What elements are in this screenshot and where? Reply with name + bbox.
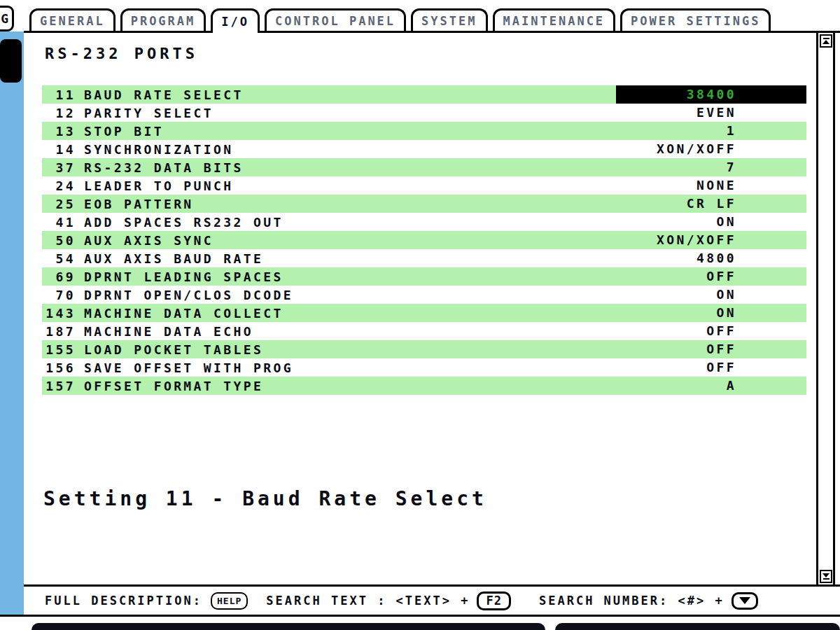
sidebar-active-indicator [0, 39, 22, 83]
full-description-label: FULL DESCRIPTION: [45, 594, 202, 608]
setting-row[interactable]: 25EOB PATTERNCR LF [42, 195, 806, 213]
setting-name: ADD SPACES RS232 OUT [84, 215, 616, 230]
setting-number: 37 [42, 160, 76, 175]
setting-value: OFF [616, 267, 806, 286]
setting-value: EVEN [616, 104, 806, 122]
setting-number: 156 [42, 360, 76, 375]
setting-number: 69 [42, 270, 76, 284]
setting-row[interactable]: 157OFFSET FORMAT TYPEA [42, 377, 806, 395]
setting-row[interactable]: 69DPRNT LEADING SPACESOFF [42, 267, 806, 286]
footer-bar: FULL DESCRIPTION: HELP SEARCH TEXT : <TE… [24, 587, 833, 615]
setting-row[interactable]: 187MACHINE DATA ECHOOFF [42, 322, 806, 340]
setting-value: OFF [616, 340, 806, 358]
setting-number: 54 [42, 251, 76, 266]
setting-value: OFF [616, 322, 806, 340]
scrollbar[interactable] [816, 33, 833, 584]
setting-detail-title: Setting 11 - Baud Rate Select [43, 487, 487, 510]
setting-value: ON [616, 213, 806, 231]
page-title: RS-232 PORTS [45, 45, 198, 62]
scroll-up-button[interactable] [820, 34, 832, 48]
setting-name: AUX AXIS SYNC [84, 233, 616, 248]
setting-number: 70 [42, 288, 76, 302]
setting-number: 143 [42, 306, 76, 321]
setting-name: DPRNT LEADING SPACES [84, 270, 616, 284]
tab-power-settings[interactable]: POWER SETTINGS [620, 8, 771, 31]
scroll-down-icon [822, 573, 830, 578]
bottom-panel-right [555, 623, 840, 630]
setting-row[interactable]: 155LOAD POCKET TABLESOFF [42, 340, 806, 358]
setting-value: ON [616, 286, 806, 304]
left-sidebar [0, 31, 24, 615]
f2-key[interactable]: F2 [477, 592, 510, 610]
setting-value: XON/XOFF [616, 231, 806, 249]
setting-name: STOP BIT [84, 124, 616, 139]
setting-row[interactable]: 37RS-232 DATA BITS7 [42, 158, 806, 176]
setting-value: OFF [616, 358, 806, 377]
tab-system[interactable]: SYSTEM [411, 8, 487, 31]
setting-name: LOAD POCKET TABLES [84, 342, 616, 357]
setting-row[interactable]: 11BAUD RATE SELECT38400 [42, 85, 806, 104]
setting-value: NONE [616, 176, 806, 195]
setting-name: EOB PATTERN [84, 197, 616, 211]
setting-name: MACHINE DATA COLLECT [84, 306, 616, 321]
setting-number: 50 [42, 233, 76, 248]
cursor-down-key[interactable] [732, 592, 758, 610]
setting-value: 4800 [616, 249, 806, 267]
setting-row[interactable]: 143MACHINE DATA COLLECTON [42, 304, 806, 322]
setting-row[interactable]: 24LEADER TO PUNCHNONE [42, 176, 806, 195]
setting-name: SAVE OFFSET WITH PROG [84, 360, 616, 375]
setting-name: BAUD RATE SELECT [84, 88, 616, 102]
setting-row[interactable]: 41ADD SPACES RS232 OUTON [42, 213, 806, 231]
setting-number: 13 [42, 124, 76, 139]
setting-name: LEADER TO PUNCH [84, 178, 616, 193]
right-frame-border [833, 31, 835, 587]
tab-maintenance[interactable]: MAINTENANCE [493, 8, 616, 31]
setting-value: CR LF [616, 195, 806, 213]
bottom-panel-left [31, 623, 545, 630]
bottom-divider [0, 615, 840, 617]
scroll-down-button[interactable] [820, 570, 832, 583]
setting-number: 25 [42, 197, 76, 211]
setting-number: 155 [42, 342, 76, 357]
side-tab-g[interactable]: G [0, 6, 14, 31]
search-number-label: SEARCH NUMBER: <#> + [539, 594, 724, 608]
scroll-up-icon [823, 38, 830, 39]
setting-number: 157 [42, 379, 76, 393]
setting-number: 11 [42, 88, 76, 102]
setting-number: 14 [42, 142, 76, 157]
tab-general[interactable]: GENERAL [29, 8, 115, 31]
setting-name: MACHINE DATA ECHO [84, 324, 616, 339]
search-text-label: SEARCH TEXT : <TEXT> + [266, 594, 470, 608]
setting-row[interactable]: 54AUX AXIS BAUD RATE4800 [42, 249, 806, 267]
arrow-down-icon [739, 597, 750, 604]
setting-value: A [616, 377, 806, 395]
setting-name: OFFSET FORMAT TYPE [84, 379, 616, 393]
setting-name: PARITY SELECT [84, 106, 616, 120]
setting-row[interactable]: 12PARITY SELECTEVEN [42, 104, 806, 122]
setting-value: 7 [616, 158, 806, 176]
tab-bar: GENERALPROGRAMI/OCONTROL PANELSYSTEMMAIN… [24, 8, 840, 33]
setting-number: 24 [42, 178, 76, 193]
setting-row[interactable]: 14SYNCHRONIZATIONXON/XOFF [42, 140, 806, 158]
setting-value: XON/XOFF [616, 140, 806, 158]
settings-table: 11BAUD RATE SELECT3840012PARITY SELECTEV… [42, 85, 806, 395]
tab-control-panel[interactable]: CONTROL PANEL [265, 8, 406, 31]
setting-row[interactable]: 70DPRNT OPEN/CLOS DCODEON [42, 286, 806, 304]
setting-value: ON [616, 304, 806, 322]
help-key[interactable]: HELP [211, 592, 248, 610]
setting-value: 38400 [616, 85, 806, 104]
setting-number: 187 [42, 324, 76, 339]
tab-program[interactable]: PROGRAM [120, 8, 206, 31]
scroll-up-icon [822, 40, 830, 44]
setting-value: 1 [616, 122, 806, 140]
setting-row[interactable]: 50AUX AXIS SYNCXON/XOFF [42, 231, 806, 249]
scroll-down-icon [823, 578, 830, 580]
setting-name: DPRNT OPEN/CLOS DCODE [84, 288, 616, 302]
tab-i-o[interactable]: I/O [211, 8, 260, 33]
setting-name: AUX AXIS BAUD RATE [84, 251, 616, 266]
setting-name: SYNCHRONIZATION [84, 142, 616, 157]
setting-row[interactable]: 156SAVE OFFSET WITH PROGOFF [42, 358, 806, 377]
setting-name: RS-232 DATA BITS [84, 160, 616, 175]
setting-row[interactable]: 13STOP BIT1 [42, 122, 806, 140]
setting-number: 41 [42, 215, 76, 230]
